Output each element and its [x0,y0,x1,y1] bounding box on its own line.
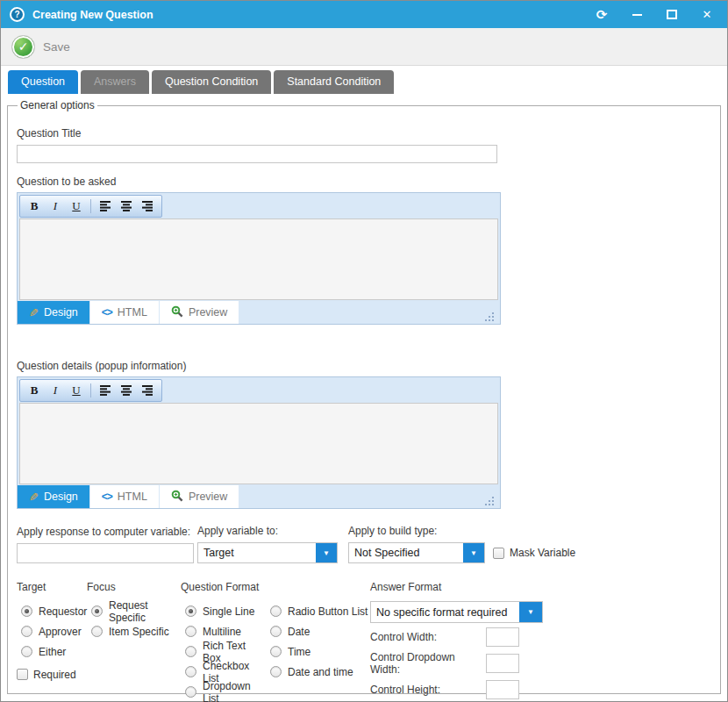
details-editor: B I U [17,376,501,509]
radio-either[interactable]: Either [21,641,87,662]
preview-tab[interactable]: Preview [160,485,239,508]
underline-icon[interactable]: U [67,383,86,399]
toolbar: ✓ Save [1,28,727,66]
radio-time[interactable]: Time [270,641,370,662]
radio-radio-button-list[interactable]: Radio Button List [270,601,370,621]
help-icon[interactable]: ? [10,7,25,22]
minimize-icon [632,14,642,16]
details-editor-footer: ✎ Design <> HTML Preview [18,485,500,508]
details-editor-content[interactable] [19,403,498,484]
align-center-icon[interactable] [117,383,136,399]
align-left-icon[interactable] [96,383,115,399]
control-dropdown-width-input[interactable] [486,654,519,673]
radio-icon [270,666,282,677]
radio-icon [91,626,103,637]
design-tab[interactable]: ✎ Design [18,301,89,324]
apply-response-label: Apply response to computer variable: [17,526,194,538]
radio-icon [185,605,196,617]
question-title-input[interactable] [17,145,497,163]
question-format-label: Question Format [181,581,370,593]
save-label: Save [43,40,70,54]
preview-tab[interactable]: Preview [160,301,239,324]
design-tab[interactable]: ✎ Design [18,485,89,508]
bold-icon[interactable]: B [25,198,44,215]
maximize-button[interactable] [660,5,683,25]
apply-variable-dropdown[interactable]: Target ▼ [197,542,338,563]
details-editor-toolbar: B I U [18,377,500,402]
control-width-input[interactable] [486,627,519,647]
align-left-icon[interactable] [96,198,115,215]
align-right-icon[interactable] [138,383,157,399]
radio-icon [270,646,282,657]
save-button[interactable]: ✓ Save [11,35,70,59]
toolbar-separator [90,383,91,398]
apply-build-label: Apply to build type: [348,525,485,537]
radio-icon [270,605,282,617]
control-height-input[interactable] [486,680,519,699]
chevron-down-icon[interactable]: ▼ [316,543,337,562]
save-check-icon: ✓ [11,35,35,59]
tab-question[interactable]: Question [8,70,78,94]
radio-item-specific[interactable]: Item Specific [91,621,181,641]
radio-approver[interactable]: Approver [21,621,87,641]
html-tab[interactable]: <> HTML [90,301,159,324]
general-options-legend: General options [18,99,97,111]
mask-variable-checkbox[interactable]: Mask Variable [493,547,575,559]
radio-icon [21,626,32,637]
radio-request-specific[interactable]: Request Specific [91,601,181,621]
titlebar: ? Creating New Question ⟳ ✕ [1,1,727,28]
tab-standard-condition[interactable]: Standard Condition [274,70,394,94]
radio-single-line[interactable]: Single Line [185,601,266,621]
tab-answers[interactable]: Answers [81,70,149,94]
control-width-label: Control Width: [370,631,437,643]
align-center-icon[interactable] [117,198,136,215]
radio-icon [21,605,32,617]
answer-format-dropdown[interactable]: No specific format required ▼ [370,601,543,623]
radio-date[interactable]: Date [270,621,370,641]
question-editor-content[interactable] [19,218,498,300]
answer-format-label: Answer Format [370,581,711,593]
variable-row: Apply response to computer variable: App… [17,525,711,563]
preview-magnifier-icon [171,490,183,505]
radio-icon [91,605,103,617]
chevron-down-icon[interactable]: ▼ [519,602,542,622]
tab-bar: Question Answers Question Condition Stan… [1,66,727,94]
answer-format-group: Answer Format No specific format require… [370,581,711,702]
chevron-down-icon[interactable]: ▼ [463,543,484,562]
bold-icon[interactable]: B [25,383,44,399]
apply-response-input[interactable] [17,543,194,563]
maximize-icon [667,10,677,19]
apply-build-dropdown[interactable]: Not Specified ▼ [348,542,485,563]
question-title-label: Question Title [17,127,711,140]
html-code-icon: <> [102,491,112,503]
dialog-window: ? Creating New Question ⟳ ✕ ✓ Save Quest… [0,0,728,702]
minimize-button[interactable] [625,5,648,25]
italic-icon[interactable]: I [46,198,65,215]
question-details-label: Question details (popup information) [17,360,711,372]
focus-group: Focus Request Specific Item Specific [87,581,181,702]
target-group: Target Requestor Approver Either [17,581,87,702]
italic-icon[interactable]: I [46,383,65,399]
resize-grip[interactable] [485,312,495,321]
align-right-icon[interactable] [138,198,157,215]
pencil-icon: ✎ [29,491,39,504]
radio-icon [185,646,196,657]
close-button[interactable]: ✕ [696,5,718,25]
control-height-label: Control Height: [370,684,440,696]
tab-question-condition[interactable]: Question Condition [152,70,271,94]
options-section: Target Requestor Approver Either [17,581,711,702]
checkbox-icon [493,548,504,559]
resize-grip[interactable] [485,496,495,505]
html-tab[interactable]: <> HTML [90,485,159,508]
radio-requestor[interactable]: Requestor [21,601,87,621]
required-checkbox[interactable]: Required [17,667,87,682]
radio-dropdown-list[interactable]: Dropdown List [185,682,266,702]
question-format-group: Question Format Single Line Multiline [181,581,370,702]
underline-icon[interactable]: U [67,198,86,215]
question-editor-toolbar: B I U [18,193,500,218]
radio-date-and-time[interactable]: Date and time [270,662,370,682]
control-dropdown-width-label: Control Dropdown Width: [370,651,486,676]
apply-variable-label: Apply variable to: [197,525,343,537]
refresh-icon[interactable]: ⟳ [590,5,613,25]
question-to-be-asked-label: Question to be asked [17,176,711,188]
